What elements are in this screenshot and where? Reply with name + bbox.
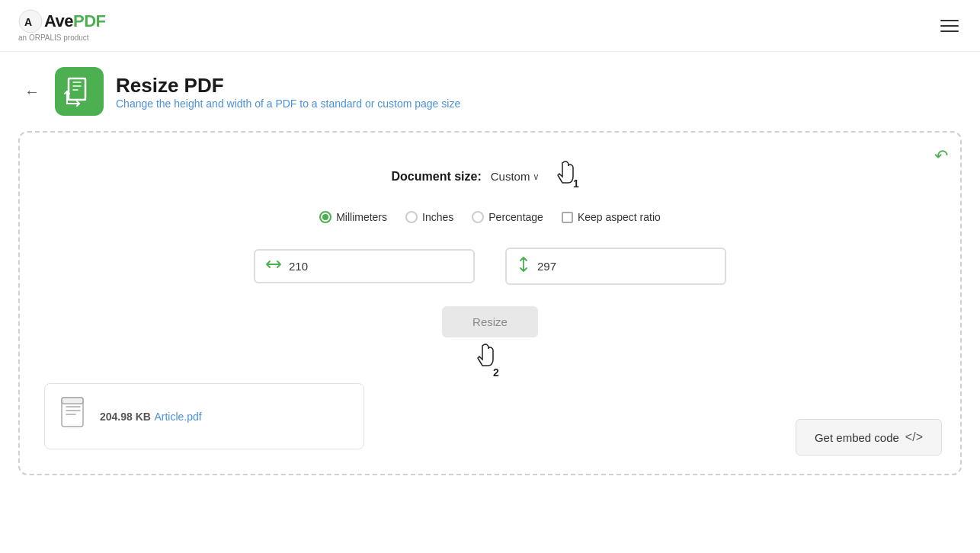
embed-button-label: Get embed code	[815, 431, 899, 444]
embed-code-icon: </>	[905, 430, 923, 444]
hamburger-menu[interactable]	[937, 17, 962, 35]
hand-cursor-1-icon: 1	[552, 157, 588, 190]
step1-cursor-icon: 1	[552, 157, 588, 196]
size-option-text: Custom	[491, 170, 530, 183]
step2-cursor-wrapper: 2	[472, 340, 508, 382]
radio-circle-mm	[319, 211, 331, 223]
back-button[interactable]: ←	[24, 83, 40, 101]
keep-aspect-ratio-checkbox[interactable]: Keep aspect ratio	[562, 211, 661, 223]
width-input[interactable]	[289, 260, 463, 273]
page-title: Resize PDF	[116, 74, 460, 97]
width-icon	[266, 258, 281, 274]
checkbox-box	[562, 212, 573, 223]
logo-pdf: PDF	[73, 11, 106, 30]
size-dropdown[interactable]: Custom ∨	[491, 170, 540, 183]
hamburger-line-3	[940, 30, 959, 32]
height-input[interactable]	[537, 260, 714, 273]
radio-percentage[interactable]: Percentage	[472, 211, 543, 223]
radio-label-mm: Millimeters	[336, 211, 387, 223]
document-size-row: Document size: Custom ∨ 1	[44, 157, 936, 196]
svg-text:1: 1	[573, 177, 579, 190]
document-size-label: Document size:	[392, 170, 482, 184]
document-icon	[60, 396, 88, 430]
file-card: 204.98 KB Article.pdf	[44, 383, 364, 449]
reset-button[interactable]: ↶	[934, 145, 948, 166]
file-size: 204.98 KB	[100, 411, 151, 423]
hamburger-line-1	[940, 20, 959, 21]
tool-description: Change the height and width of a PDF to …	[116, 97, 460, 110]
hand-cursor-2-icon: 2	[472, 340, 508, 379]
radio-row: Millimeters Inches Percentage Keep aspec…	[44, 211, 936, 223]
header: A AvePDF an ORPALIS product	[0, 0, 980, 52]
dropdown-arrow-icon: ∨	[533, 171, 540, 182]
height-input-wrapper	[505, 248, 726, 285]
logo-ave: Ave	[44, 11, 73, 30]
resize-button[interactable]: Resize	[442, 306, 538, 337]
tool-icon-wrapper	[55, 67, 104, 116]
resize-button-area: Resize 2	[44, 306, 936, 337]
file-icon	[60, 396, 88, 436]
reset-icon: ↶	[934, 146, 948, 165]
main-area: ↶ Document size: Custom ∨ 1 Millimeters …	[18, 131, 962, 475]
get-embed-code-button[interactable]: Get embed code </>	[796, 419, 942, 456]
file-name: Article.pdf	[154, 411, 201, 423]
logo-icon: A	[18, 9, 43, 34]
height-icon	[517, 257, 530, 276]
width-input-wrapper	[254, 249, 475, 283]
keep-aspect-ratio-label: Keep aspect ratio	[578, 211, 661, 223]
radio-label-pct: Percentage	[488, 211, 543, 223]
radio-circle-pct	[472, 211, 484, 223]
svg-rect-2	[69, 78, 85, 100]
hamburger-line-2	[940, 25, 959, 27]
page-header: ← Resize PDF Change the height and width…	[0, 52, 980, 131]
height-arrows-icon	[517, 257, 530, 272]
svg-rect-6	[62, 398, 83, 404]
radio-millimeters[interactable]: Millimeters	[319, 211, 387, 223]
svg-text:2: 2	[493, 366, 499, 379]
logo: A AvePDF an ORPALIS product	[18, 9, 106, 42]
input-row	[44, 248, 936, 285]
radio-circle-in	[405, 211, 418, 223]
resize-pdf-icon	[64, 76, 94, 107]
logo-container: A AvePDF an ORPALIS product	[18, 9, 106, 42]
radio-inches[interactable]: Inches	[405, 211, 453, 223]
width-arrows-icon	[266, 258, 281, 270]
logo-sub: an ORPALIS product	[18, 34, 89, 42]
radio-label-in: Inches	[422, 211, 453, 223]
resize-button-label: Resize	[472, 315, 508, 328]
logo-text: AvePDF	[44, 11, 106, 31]
file-info: 204.98 KB Article.pdf	[100, 410, 202, 424]
svg-text:A: A	[24, 16, 32, 28]
tool-info: Resize PDF Change the height and width o…	[116, 74, 460, 110]
